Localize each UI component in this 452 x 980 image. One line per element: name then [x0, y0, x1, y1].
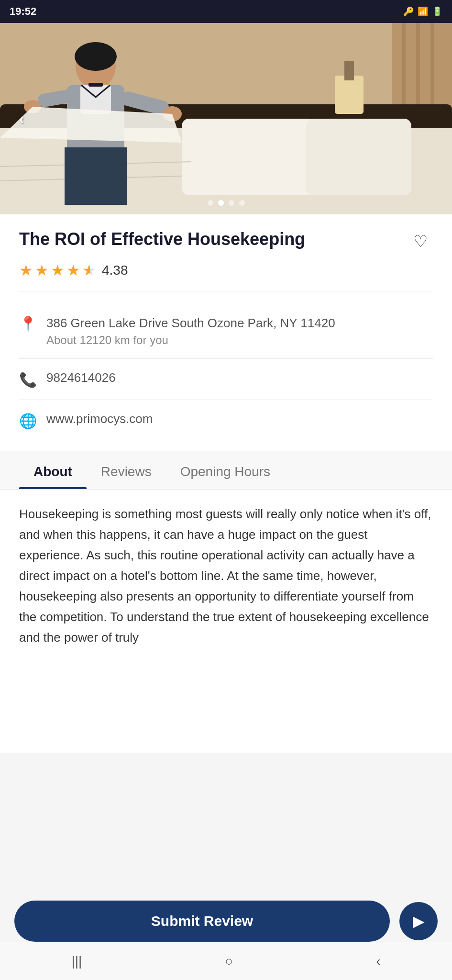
svg-rect-12	[335, 76, 364, 114]
status-bar: 19:52 🔑 📶 🔋	[0, 0, 452, 23]
status-icons: 🔑 📶 🔋	[403, 6, 442, 17]
website-url: www.primocys.com	[46, 412, 433, 426]
globe-icon: 🌐	[19, 412, 37, 429]
star-5-half: ★ ★	[82, 261, 96, 279]
star-1: ★	[19, 261, 33, 279]
carousel-dots	[208, 200, 245, 206]
back-button[interactable]: ‹	[10, 107, 33, 131]
star-rating: ★ ★ ★ ★ ★ ★	[19, 261, 96, 279]
hero-image-container: ‹	[0, 23, 452, 214]
svg-point-15	[75, 42, 117, 71]
wifi-icon: 📶	[418, 6, 428, 17]
phone-number: 9824614026	[46, 370, 433, 385]
svg-rect-9	[306, 119, 411, 195]
nav-bar: ||| ○ ‹	[0, 942, 452, 980]
nav-recents-button[interactable]: |||	[57, 949, 96, 974]
video-button[interactable]: ▶	[399, 902, 438, 940]
submit-review-button[interactable]: Submit Review	[14, 901, 390, 942]
tab-reviews[interactable]: Reviews	[87, 451, 166, 489]
website-info: www.primocys.com	[46, 412, 433, 426]
key-icon: 🔑	[403, 6, 414, 17]
distance-text: About 12120 km for you	[46, 334, 433, 347]
svg-rect-24	[88, 83, 103, 87]
dot-1[interactable]	[208, 200, 213, 206]
business-title: The ROI of Effective Housekeeping	[19, 229, 408, 249]
title-row: The ROI of Effective Housekeeping ♡	[19, 229, 433, 254]
svg-rect-13	[344, 61, 354, 80]
favorite-button[interactable]: ♡	[408, 229, 433, 254]
tab-about[interactable]: About	[19, 451, 87, 489]
star-4: ★	[66, 261, 80, 279]
address-text: 386 Green Lake Drive South Ozone Park, N…	[46, 314, 433, 332]
tab-opening-hours[interactable]: Opening Hours	[166, 451, 285, 489]
location-icon: 📍	[19, 315, 37, 332]
dot-4[interactable]	[239, 200, 245, 206]
dot-3[interactable]	[229, 200, 234, 206]
rating-row: ★ ★ ★ ★ ★ ★ 4.38	[19, 261, 433, 291]
status-time: 19:52	[10, 5, 36, 18]
star-2: ★	[35, 261, 49, 279]
address-row: 📍 386 Green Lake Drive South Ozone Park,…	[19, 303, 433, 359]
website-row[interactable]: 🌐 www.primocys.com	[19, 400, 433, 441]
star-3: ★	[51, 261, 65, 279]
svg-rect-8	[182, 119, 316, 195]
about-content: Housekeeping is something most guests wi…	[19, 490, 433, 662]
video-icon: ▶	[413, 912, 425, 930]
address-info: 386 Green Lake Drive South Ozone Park, N…	[46, 314, 433, 347]
nav-back-button[interactable]: ‹	[362, 949, 395, 974]
phone-icon: 📞	[19, 371, 37, 388]
nav-home-button[interactable]: ○	[210, 949, 247, 974]
svg-rect-18	[65, 147, 127, 205]
battery-icon: 🔋	[432, 6, 442, 17]
phone-row[interactable]: 📞 9824614026	[19, 359, 433, 400]
bottom-actions: Submit Review ▶	[0, 901, 452, 942]
tabs: About Reviews Opening Hours	[19, 451, 433, 489]
content-area: The ROI of Effective Housekeeping ♡ ★ ★ …	[0, 214, 452, 753]
phone-info: 9824614026	[46, 370, 433, 385]
rating-value: 4.38	[102, 263, 128, 278]
dot-2[interactable]	[218, 200, 224, 206]
tabs-container: About Reviews Opening Hours	[0, 451, 452, 490]
